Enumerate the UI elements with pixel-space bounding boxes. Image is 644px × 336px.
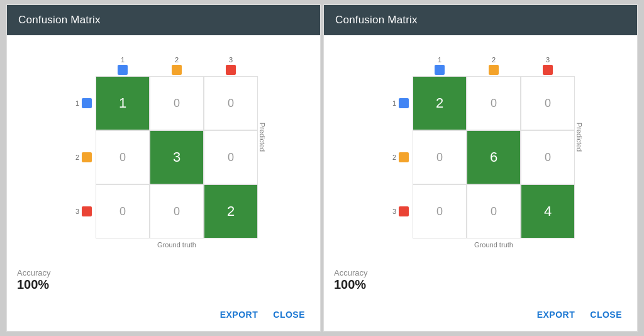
row-label-num-0-2: 3 <box>75 208 79 215</box>
row-label-num-1-2: 3 <box>392 208 396 215</box>
predicted-label-0: Predicted <box>258 123 266 152</box>
ground-truth-label-1: Ground truth <box>413 238 575 249</box>
row-label-num-0-0: 1 <box>75 99 79 107</box>
matrix-rows-1: 120020603004 <box>386 76 575 238</box>
predicted-label-wrapper-1: Predicted <box>565 56 594 218</box>
accuracy-value-0: 100% <box>17 277 310 292</box>
col-num-1-0: 1 <box>438 56 441 64</box>
panels-container: Confusion Matrix123110020303002Ground tr… <box>4 2 640 334</box>
row-label-num-1-0: 1 <box>392 99 396 107</box>
accuracy-label-1: Accuracy <box>334 268 627 277</box>
col-dot-0-0 <box>118 65 128 75</box>
ground-truth-text-0: Ground truth <box>96 241 258 249</box>
col-dot-0-2 <box>226 65 236 75</box>
col-num-1-2: 3 <box>546 56 550 64</box>
row-label-1-2: 3 <box>386 206 413 216</box>
panel-body-0: 123110020303002Ground truthPredictedAccu… <box>7 35 320 301</box>
col-headers-1: 123 <box>413 56 575 75</box>
panel-header-0: Confusion Matrix <box>7 5 320 35</box>
ground-truth-text-1: Ground truth <box>413 241 575 249</box>
col-dot-0-1 <box>172 65 182 75</box>
matrix-area-0: 123110020303002Ground truthPredicted <box>17 42 310 263</box>
col-headers-0: 123 <box>96 56 258 75</box>
col-num-0-2: 3 <box>229 56 233 64</box>
matrix-wrapper-1: 123120020603004Ground truthPredicted <box>386 56 575 249</box>
matrix-cell-1-1-1: 6 <box>467 130 521 184</box>
matrix-wrapper-0: 123110020303002Ground truthPredicted <box>69 56 258 249</box>
panel-left: Confusion Matrix123110020303002Ground tr… <box>6 4 321 332</box>
matrix-cell-0-2-1: 0 <box>150 184 204 238</box>
row-dot-0-0 <box>82 98 92 108</box>
row-label-0-2: 3 <box>69 206 96 216</box>
row-dot-1-0 <box>399 98 409 108</box>
close-button-1[interactable]: CLOSE <box>585 307 627 322</box>
row-dot-1-2 <box>399 206 409 216</box>
matrix-cell-0-2-0: 0 <box>96 184 150 238</box>
matrix-cell-0-0-0: 1 <box>96 76 150 130</box>
export-button-0[interactable]: EXPORT <box>215 307 264 322</box>
col-header-0-0: 1 <box>96 56 150 75</box>
matrix-rows-0: 110020303002 <box>69 76 258 238</box>
col-header-1-0: 1 <box>413 56 467 75</box>
matrix-row-1-1: 2060 <box>386 130 575 184</box>
matrix-cell-1-1-0: 0 <box>413 130 467 184</box>
row-dot-0-2 <box>82 206 92 216</box>
col-header-1-1: 2 <box>467 56 521 75</box>
row-label-0-0: 1 <box>69 98 96 108</box>
accuracy-label-0: Accuracy <box>17 268 310 277</box>
panel-footer-0: EXPORTCLOSE <box>7 301 320 331</box>
row-label-1-0: 1 <box>386 98 413 108</box>
matrix-row-0-2: 3002 <box>69 184 258 238</box>
close-button-0[interactable]: CLOSE <box>268 307 310 322</box>
matrix-cell-1-2-1: 0 <box>467 184 521 238</box>
col-header-0-1: 2 <box>150 56 204 75</box>
col-num-0-0: 1 <box>121 56 125 64</box>
matrix-cell-0-1-0: 0 <box>96 130 150 184</box>
export-button-1[interactable]: EXPORT <box>532 307 580 322</box>
row-label-num-1-1: 2 <box>392 154 396 161</box>
col-dot-1-2 <box>543 65 553 75</box>
predicted-label-1: Predicted <box>575 123 583 152</box>
matrix-cell-1-2-0: 0 <box>413 184 467 238</box>
col-num-1-1: 2 <box>492 56 496 64</box>
row-dot-0-1 <box>82 152 92 162</box>
accuracy-value-1: 100% <box>334 277 627 292</box>
panel-body-1: 123120020603004Ground truthPredictedAccu… <box>324 35 637 301</box>
matrix-row-0-0: 1100 <box>69 76 258 130</box>
matrix-cell-1-0-0: 2 <box>413 76 467 130</box>
matrix-row-0-1: 2030 <box>69 130 258 184</box>
col-num-0-1: 2 <box>175 56 179 64</box>
matrix-cell-1-0-1: 0 <box>467 76 521 130</box>
predicted-label-wrapper-0: Predicted <box>248 56 277 218</box>
matrix-cell-0-1-1: 3 <box>150 130 204 184</box>
accuracy-section-0: Accuracy100% <box>17 263 310 294</box>
matrix-row-1-2: 3004 <box>386 184 575 238</box>
row-label-num-0-1: 2 <box>75 154 79 161</box>
row-label-0-1: 2 <box>69 152 96 162</box>
matrix-row-1-0: 1200 <box>386 76 575 130</box>
matrix-cell-0-0-1: 0 <box>150 76 204 130</box>
matrix-area-1: 123120020603004Ground truthPredicted <box>334 42 627 263</box>
panel-right: Confusion Matrix123120020603004Ground tr… <box>323 4 638 332</box>
panel-footer-1: EXPORTCLOSE <box>324 301 637 331</box>
row-label-1-1: 2 <box>386 152 413 162</box>
panel-header-1: Confusion Matrix <box>324 5 637 35</box>
col-dot-1-1 <box>489 65 499 75</box>
row-dot-1-1 <box>399 152 409 162</box>
col-dot-1-0 <box>435 65 445 75</box>
accuracy-section-1: Accuracy100% <box>334 263 627 294</box>
ground-truth-label-0: Ground truth <box>96 238 258 249</box>
